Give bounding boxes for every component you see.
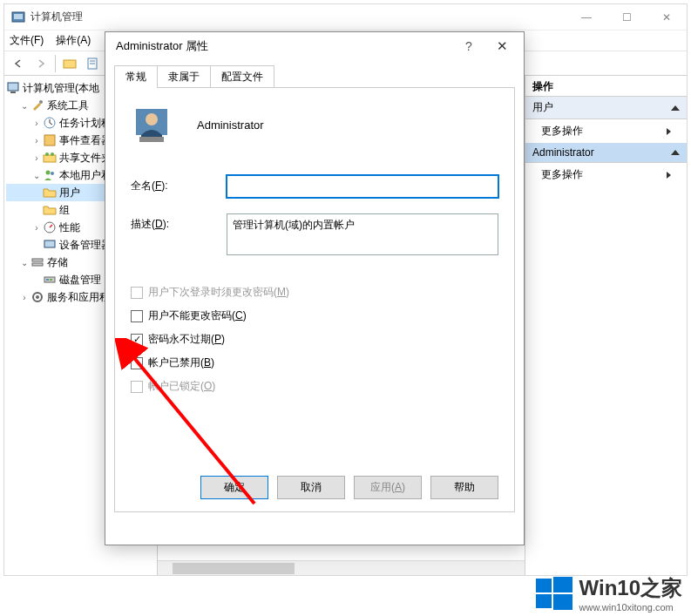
storage-icon bbox=[30, 255, 44, 269]
folder-icon bbox=[43, 186, 57, 200]
svg-rect-19 bbox=[32, 263, 43, 266]
dialog-close-button[interactable]: ✕ bbox=[485, 38, 518, 54]
window-controls: — ☐ ✕ bbox=[566, 4, 687, 30]
services-icon bbox=[30, 290, 44, 304]
checkbox-icon[interactable] bbox=[131, 357, 143, 369]
dialog-titlebar: Administrator 属性 ? ✕ bbox=[105, 32, 524, 60]
watermark-url: www.win10xitong.com bbox=[579, 602, 682, 613]
tab-body: Administrator 全名(F): 描述(D): 用户下次登录时须更改密码… bbox=[114, 87, 515, 512]
users-icon bbox=[43, 168, 57, 182]
svg-rect-1 bbox=[14, 14, 23, 19]
svg-rect-6 bbox=[8, 83, 18, 91]
user-avatar-icon bbox=[131, 104, 173, 146]
svg-point-26 bbox=[146, 113, 158, 125]
svg-rect-2 bbox=[64, 60, 76, 68]
tool-folder[interactable] bbox=[59, 54, 80, 73]
windows-logo-icon bbox=[536, 575, 572, 612]
back-button[interactable] bbox=[8, 54, 29, 73]
titlebar: 计算机管理 — ☐ ✕ bbox=[4, 4, 687, 30]
close-button[interactable]: ✕ bbox=[647, 4, 687, 30]
submenu-icon bbox=[667, 128, 671, 135]
description-label: 描述(D): bbox=[131, 213, 227, 232]
expand-icon[interactable]: ⌄ bbox=[18, 258, 30, 267]
properties-dialog: Administrator 属性 ? ✕ 常规 隶属于 配置文件 Adminis… bbox=[105, 31, 525, 545]
submenu-icon bbox=[667, 172, 671, 179]
expand-icon[interactable]: › bbox=[30, 223, 43, 233]
tab-memberof[interactable]: 隶属于 bbox=[157, 65, 211, 88]
description-input[interactable] bbox=[227, 213, 498, 255]
username-display: Administrator bbox=[197, 118, 264, 132]
horizontal-scrollbar[interactable] bbox=[158, 560, 525, 575]
svg-rect-18 bbox=[32, 259, 43, 261]
perf-icon bbox=[43, 220, 57, 234]
help-button[interactable]: 帮助 bbox=[430, 476, 498, 499]
svg-point-8 bbox=[39, 100, 43, 104]
maximize-button[interactable]: ☐ bbox=[606, 4, 647, 30]
checkbox-icon[interactable] bbox=[131, 310, 143, 322]
svg-rect-30 bbox=[553, 577, 572, 592]
dialog-help-button[interactable]: ? bbox=[452, 39, 485, 53]
expand-icon[interactable]: › bbox=[30, 153, 43, 163]
svg-point-13 bbox=[51, 152, 54, 156]
expand-icon[interactable]: › bbox=[30, 136, 43, 146]
computer-icon bbox=[6, 81, 20, 95]
actions-section-admin[interactable]: Administrator bbox=[525, 143, 687, 163]
expand-icon[interactable]: ⌄ bbox=[30, 171, 43, 180]
forward-button[interactable] bbox=[30, 54, 51, 73]
menu-action[interactable]: 操作(A) bbox=[56, 33, 91, 48]
svg-point-12 bbox=[45, 152, 49, 156]
actions-header: 操作 bbox=[525, 76, 687, 97]
svg-rect-17 bbox=[44, 240, 55, 247]
checkbox-mustchange: 用户下次登录时须更改密码(M) bbox=[131, 285, 498, 300]
description-row: 描述(D): bbox=[131, 213, 498, 255]
menu-file[interactable]: 文件(F) bbox=[10, 33, 44, 48]
tools-icon bbox=[30, 98, 44, 112]
svg-rect-21 bbox=[46, 279, 49, 281]
user-header: Administrator bbox=[131, 104, 498, 146]
checkbox-icon bbox=[131, 381, 143, 393]
apply-button[interactable]: 应用(A) bbox=[354, 476, 422, 499]
svg-point-14 bbox=[46, 171, 51, 175]
window-title: 计算机管理 bbox=[30, 10, 566, 24]
actions-section-users[interactable]: 用户 bbox=[525, 97, 687, 119]
svg-rect-11 bbox=[44, 155, 56, 162]
expand-icon[interactable]: › bbox=[30, 118, 43, 128]
svg-rect-10 bbox=[44, 135, 55, 146]
checkbox-disabled[interactable]: 帐户已禁用(B) bbox=[131, 355, 498, 370]
svg-rect-27 bbox=[139, 137, 164, 142]
tab-strip: 常规 隶属于 配置文件 bbox=[105, 60, 524, 88]
cancel-button[interactable]: 取消 bbox=[277, 476, 345, 499]
actions-more-2[interactable]: 更多操作 bbox=[525, 163, 687, 186]
dialog-buttons: 确定 取消 应用(A) 帮助 bbox=[200, 476, 498, 499]
svg-point-15 bbox=[51, 172, 54, 175]
checkbox-cannotchange[interactable]: 用户不能更改密码(C) bbox=[131, 308, 498, 323]
fullname-input[interactable] bbox=[227, 175, 498, 198]
scrollbar-thumb[interactable] bbox=[173, 563, 295, 574]
svg-rect-32 bbox=[553, 594, 572, 610]
toolbar-separator bbox=[55, 55, 56, 72]
ok-button[interactable]: 确定 bbox=[200, 476, 268, 499]
folder-icon bbox=[43, 203, 57, 217]
disk-icon bbox=[43, 273, 57, 287]
tab-general[interactable]: 常规 bbox=[114, 65, 158, 88]
fullname-row: 全名(F): bbox=[131, 175, 498, 198]
svg-point-24 bbox=[36, 295, 39, 299]
actions-more-1[interactable]: 更多操作 bbox=[525, 119, 687, 143]
checkbox-icon[interactable] bbox=[131, 334, 143, 346]
svg-rect-31 bbox=[536, 594, 552, 608]
svg-rect-7 bbox=[10, 91, 16, 93]
tab-profile[interactable]: 配置文件 bbox=[210, 65, 274, 88]
actions-panel: 操作 用户 更多操作 Administrator 更多操作 bbox=[525, 76, 687, 575]
dialog-title: Administrator 属性 bbox=[116, 38, 452, 54]
expand-icon[interactable]: › bbox=[18, 293, 30, 302]
share-icon bbox=[43, 151, 57, 165]
watermark-title: Win10之家 bbox=[579, 574, 682, 602]
svg-rect-22 bbox=[50, 279, 52, 281]
minimize-button[interactable]: — bbox=[566, 4, 606, 30]
collapse-icon bbox=[671, 150, 680, 155]
clock-icon bbox=[43, 116, 57, 130]
tool-properties[interactable] bbox=[82, 54, 103, 73]
checkbox-icon bbox=[131, 287, 143, 299]
checkbox-neverexpire[interactable]: 密码永不过期(P) bbox=[131, 332, 498, 347]
expand-icon[interactable]: ⌄ bbox=[18, 101, 30, 111]
